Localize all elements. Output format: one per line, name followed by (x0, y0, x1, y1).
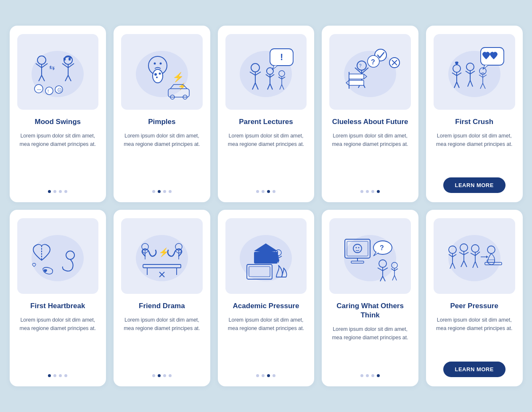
svg-rect-112 (254, 252, 278, 264)
svg-rect-9 (64, 58, 66, 61)
svg-line-143 (394, 275, 397, 280)
svg-point-27 (154, 73, 157, 76)
card-first-crush-title: First Crush (455, 117, 493, 127)
card-caring-what-others-think: ? Caring What Others Think Lorem ipsum d… (322, 210, 418, 386)
dot-4 (377, 374, 380, 377)
svg-point-29 (156, 77, 158, 78)
svg-text:—: — (37, 87, 41, 92)
card-parent-lectures-title: Parent Lectures (239, 117, 293, 127)
dot-2 (53, 190, 56, 193)
dot-1 (48, 374, 51, 377)
dot-3 (371, 190, 374, 193)
svg-point-28 (159, 73, 161, 75)
dot-1 (256, 374, 259, 377)
svg-text:⇆: ⇆ (49, 64, 55, 71)
card-first-crush-desc: Lorem ipsum dolor sit dim amet, mea regi… (434, 132, 515, 171)
card-first-heartbreak-desc: Lorem ipsum dolor sit dim amet, mea regi… (17, 316, 99, 367)
svg-text:⚡: ⚡ (159, 247, 169, 257)
dot-2 (53, 374, 56, 377)
card-parent-lectures: ! (218, 26, 315, 202)
illustration-first-crush (434, 34, 515, 110)
illustration-clueless-about-future: ? ? (329, 34, 411, 110)
card-caring-others-title: Caring What Others Think (329, 301, 411, 320)
dot-4 (169, 374, 172, 377)
dot-4 (169, 190, 172, 193)
peer-pressure-learn-more-button[interactable]: LEARN MORE (443, 362, 506, 377)
dot-3 (59, 190, 62, 193)
card-clueless-dots (360, 190, 380, 193)
svg-text:!: ! (48, 89, 49, 94)
dot-3 (267, 190, 270, 193)
card-academic-pressure-desc: Lorem ipsum dolor sit dim amet, mea regi… (225, 316, 307, 367)
card-mood-swings: ⇆ — ! ☹ Mood Swings Lorem ipsu (10, 26, 106, 202)
card-friend-drama-dots (152, 374, 172, 377)
svg-text:☹: ☹ (57, 87, 62, 92)
dot-2 (262, 190, 265, 193)
card-caring-others-dots (360, 374, 380, 377)
card-clueless-about-future: ? ? Clueless About Future Lorem ipsum do… (322, 26, 418, 202)
dot-2 (366, 374, 369, 377)
dot-2 (158, 374, 161, 377)
card-pimples-dots (152, 190, 172, 193)
dot-1 (152, 374, 155, 377)
card-first-heartbreak-dots (48, 374, 67, 377)
illustration-friend-drama: ⚡ (121, 218, 203, 294)
card-friend-drama: ⚡ Friend Drama Lorem ipsum dolor sit (114, 210, 210, 386)
svg-rect-72 (349, 80, 364, 85)
svg-point-18 (45, 87, 53, 95)
card-caring-others-desc: Lorem ipsum dolor sit dim amet, mea regi… (329, 325, 411, 367)
dot-4 (273, 374, 275, 377)
card-friend-drama-title: Friend Drama (139, 301, 185, 311)
card-pimples-title: Pimples (148, 117, 175, 127)
first-crush-learn-more-button[interactable]: LEARN MORE (443, 177, 506, 193)
card-academic-pressure: Academic Pressure Lorem ipsum dolor sit … (218, 210, 315, 386)
card-mood-swings-dots (48, 190, 67, 193)
card-first-heartbreak-title: First Heartbreak (30, 301, 85, 311)
svg-point-144 (448, 235, 500, 281)
dot-1 (360, 374, 363, 377)
card-peer-pressure-title: Peer Pressure (450, 301, 498, 311)
svg-line-141 (394, 269, 398, 271)
svg-rect-10 (69, 58, 71, 61)
dot-1 (360, 190, 363, 193)
svg-text:!: ! (280, 52, 283, 62)
illustration-caring-what-others-think: ? (329, 218, 411, 294)
card-mood-swings-desc: Lorem ipsum dolor sit dim amet, mea regi… (17, 132, 99, 183)
illustration-peer-pressure (434, 218, 515, 294)
card-friend-drama-desc: Lorem ipsum dolor sit dim amet, mea regi… (121, 316, 203, 367)
svg-point-126 (356, 247, 357, 248)
card-first-crush: First Crush Lorem ipsum dolor sit dim am… (426, 26, 523, 202)
dot-2 (366, 190, 369, 193)
svg-text:⚡: ⚡ (172, 71, 184, 83)
dot-1 (256, 190, 259, 193)
svg-text:?: ? (380, 244, 384, 251)
svg-point-127 (358, 247, 360, 248)
illustration-pimples: ⚡ ⚡ (121, 34, 203, 110)
dot-1 (152, 190, 155, 193)
card-parent-lectures-dots (256, 190, 275, 193)
card-pimples: ⚡ ⚡ Pimples Lorem ipsum dolor sit dim am… (114, 26, 210, 202)
svg-text:?: ? (371, 58, 375, 66)
cards-grid: ⇆ — ! ☹ Mood Swings Lorem ipsu (10, 26, 523, 386)
illustration-first-heartbreak (17, 218, 99, 294)
dot-3 (267, 374, 270, 377)
card-clueless-desc: Lorem ipsum dolor sit dim amet, mea regi… (329, 132, 411, 183)
dot-3 (371, 374, 374, 377)
svg-point-26 (153, 69, 163, 83)
dot-4 (64, 374, 67, 377)
svg-point-115 (276, 259, 279, 262)
card-pimples-desc: Lorem ipsum dolor sit dim amet, mea regi… (121, 132, 203, 183)
dot-4 (64, 190, 67, 193)
svg-line-142 (392, 275, 394, 280)
card-first-heartbreak: First Heartbreak Lorem ipsum dolor sit d… (10, 210, 106, 386)
card-peer-pressure-desc: Lorem ipsum dolor sit dim amet, mea regi… (434, 316, 515, 355)
card-academic-pressure-title: Academic Pressure (233, 301, 299, 311)
card-academic-pressure-dots (256, 374, 275, 377)
dot-4 (377, 190, 380, 193)
svg-point-25 (159, 63, 161, 65)
svg-point-24 (154, 63, 156, 65)
card-mood-swings-title: Mood Swings (35, 117, 81, 127)
dot-2 (262, 374, 265, 377)
card-peer-pressure: Peer Pressure Lorem ipsum dolor sit dim … (426, 210, 523, 386)
svg-rect-71 (349, 74, 364, 79)
